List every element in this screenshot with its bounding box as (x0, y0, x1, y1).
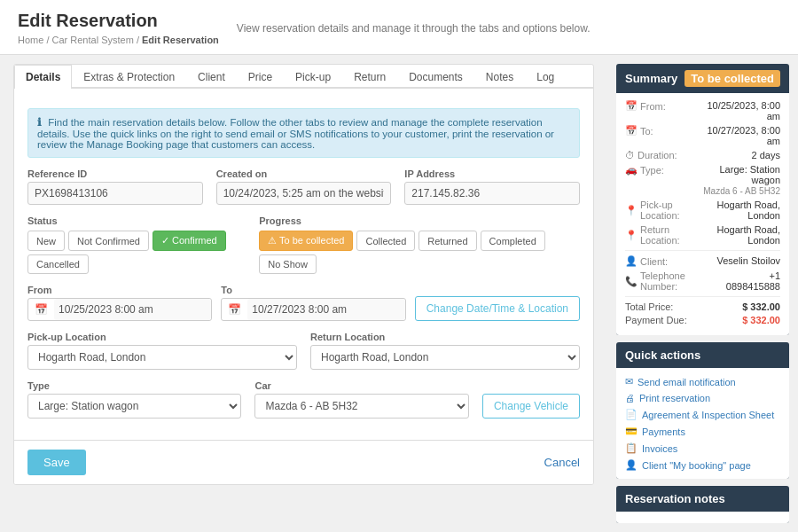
form-footer: Save Cancel (14, 440, 593, 484)
cancel-button[interactable]: Cancel (544, 456, 580, 469)
type-select[interactable]: Large: Station wagon (27, 394, 241, 419)
car-label: Car (254, 380, 468, 391)
change-vehicle-button[interactable]: Change Vehicle (482, 394, 580, 419)
tab-notes[interactable]: Notes (474, 65, 525, 89)
quick-actions-panel: Quick actions ✉ Send email notification … (616, 342, 789, 479)
ip-input[interactable] (404, 182, 580, 205)
tab-return[interactable]: Return (342, 65, 397, 89)
location-row: Pick-up Location Hogarth Road, London Ho… (27, 332, 580, 370)
page-title: Edit Reservation (18, 11, 219, 31)
summary-phone-label: 📞 Telephone Number: (625, 270, 717, 292)
tab-extras[interactable]: Extras & Protection (72, 65, 186, 89)
status-cancelled[interactable]: Cancelled (27, 254, 89, 274)
summary-return-value: Hogarth Road, London (698, 224, 780, 246)
status-not-confirmed[interactable]: Not Confirmed (68, 231, 149, 251)
main-area: Details Extras & Protection Client Price… (0, 55, 798, 532)
summary-panel: Summary To be collected 📅 From: 10/25/20… (616, 64, 789, 335)
summary-from-label: 📅 From: (625, 100, 696, 112)
pickup-group: Pick-up Location Hogarth Road, London Ho… (27, 332, 297, 370)
notes-panel: Reservation notes (616, 486, 789, 523)
action-agreement[interactable]: 📄 Agreement & Inspection Sheet (625, 406, 780, 423)
notes-textarea[interactable] (621, 516, 785, 523)
progress-label: Progress (259, 215, 580, 226)
status-new[interactable]: New (27, 231, 65, 251)
progress-collected[interactable]: Collected (356, 231, 415, 251)
action-invoices[interactable]: 📋 Invoices (625, 440, 780, 457)
progress-noshow[interactable]: No Show (259, 254, 317, 274)
summary-type-value: Large: Station wagon Mazda 6 - AB 5H32 (696, 164, 780, 196)
summary-body: 📅 From: 10/25/2023, 8:00 am 📅 To: 10/27/… (616, 93, 789, 335)
return-label: Return Location (310, 332, 580, 342)
created-on-label: Created on (216, 168, 392, 179)
tab-pickup[interactable]: Pick-up (284, 65, 342, 89)
quick-actions-body: ✉ Send email notification 🖨 Print reserv… (616, 368, 789, 479)
progress-completed[interactable]: Completed (481, 231, 545, 251)
summary-pickup-label: 📍 Pick-up Location: (625, 200, 699, 221)
date-row: From 📅 To 📅 (27, 285, 580, 321)
summary-to-label: 📅 To: (625, 125, 696, 137)
summary-phone-row: 📞 Telephone Number: +1 0898415888 (625, 270, 780, 292)
action-email[interactable]: ✉ Send email notification (625, 373, 780, 390)
status-progress-row: Status New Not Confirmed Confirmed Cance… (27, 215, 580, 274)
action-my-booking[interactable]: 👤 Client "My booking" page (625, 457, 780, 473)
status-buttons: New Not Confirmed Confirmed Cancelled (27, 231, 241, 274)
progress-to-collect[interactable]: To be collected (259, 231, 353, 251)
summary-total-row: Total Price: $ 332.00 (625, 301, 780, 312)
quick-actions-title: Quick actions (616, 342, 789, 368)
action-payments[interactable]: 💳 Payments (625, 423, 780, 440)
notes-body (616, 512, 789, 523)
info-icon: ℹ (37, 117, 42, 128)
header-description: View reservation details and manage it t… (237, 22, 780, 35)
tab-bar: Details Extras & Protection Client Price… (14, 65, 593, 89)
status-label: Status (27, 215, 241, 226)
reference-id-group: Reference ID (27, 168, 203, 205)
summary-pickup-row: 📍 Pick-up Location: Hogarth Road, London (625, 200, 780, 221)
page-wrapper: Edit Reservation Home / Car Rental Syste… (0, 0, 798, 532)
summary-due-label: Payment Due: (625, 315, 687, 325)
left-panel: Details Extras & Protection Client Price… (0, 55, 607, 532)
summary-total-label: Total Price: (625, 301, 673, 312)
tab-details[interactable]: Details (14, 65, 72, 89)
reference-row: Reference ID Created on IP Address (27, 168, 580, 205)
summary-to-value: 10/27/2023, 8:00 am (696, 125, 780, 146)
progress-section: Progress To be collected Collected Retur… (259, 215, 580, 274)
car-select[interactable]: Mazda 6 - AB 5H32 (254, 394, 468, 419)
created-on-group: Created on (216, 168, 392, 205)
tab-log[interactable]: Log (525, 65, 566, 89)
right-panel: Summary To be collected 📅 From: 10/25/20… (607, 55, 798, 532)
pickup-label: Pick-up Location (27, 332, 297, 342)
from-input[interactable] (54, 299, 211, 320)
return-group: Return Location Hogarth Road, London Hog… (310, 332, 580, 370)
return-select[interactable]: Hogarth Road, London Hogarth E London (310, 345, 580, 370)
save-button[interactable]: Save (27, 450, 86, 475)
action-print[interactable]: 🖨 Print reservation (625, 390, 780, 406)
status-section: Status New Not Confirmed Confirmed Cance… (27, 215, 241, 274)
info-box: ℹ Find the main reservation details belo… (27, 108, 580, 158)
summary-due-value: $ 332.00 (742, 315, 780, 325)
type-label: Type (27, 380, 241, 391)
reference-id-input[interactable] (27, 182, 203, 205)
progress-buttons: To be collected Collected Returned Compl… (259, 231, 580, 274)
summary-client-row: 👤 Client: Veselin Stoilov (625, 255, 780, 267)
pickup-select[interactable]: Hogarth Road, London Hogarth E London (27, 345, 297, 370)
to-calendar-icon: 📅 (222, 299, 247, 320)
change-date-button[interactable]: Change Date/Time & Location (415, 296, 580, 321)
tab-client[interactable]: Client (186, 65, 237, 89)
summary-return-row: 📍 Return Location: Hogarth Road, London (625, 224, 780, 246)
tab-price[interactable]: Price (237, 65, 284, 89)
to-input[interactable] (247, 299, 404, 320)
summary-return-label: 📍 Return Location: (625, 224, 698, 246)
summary-total-value: $ 332.00 (742, 301, 780, 312)
progress-returned[interactable]: Returned (419, 231, 476, 251)
summary-duration-row: ⏱ Duration: 2 days (625, 150, 780, 160)
type-car-row: Type Large: Station wagon Car Mazda 6 - … (27, 380, 580, 419)
summary-type-row: 🚗 Type: Large: Station wagon Mazda 6 - A… (625, 164, 780, 196)
status-confirmed[interactable]: Confirmed (153, 231, 226, 251)
from-calendar-icon: 📅 (28, 299, 54, 320)
summary-client-label: 👤 Client: (625, 255, 696, 267)
summary-to-row: 📅 To: 10/27/2023, 8:00 am (625, 125, 780, 146)
summary-duration-value: 2 days (752, 150, 780, 160)
to-group: To 📅 (221, 285, 405, 321)
created-on-input[interactable] (216, 182, 392, 205)
tab-documents[interactable]: Documents (397, 65, 474, 89)
